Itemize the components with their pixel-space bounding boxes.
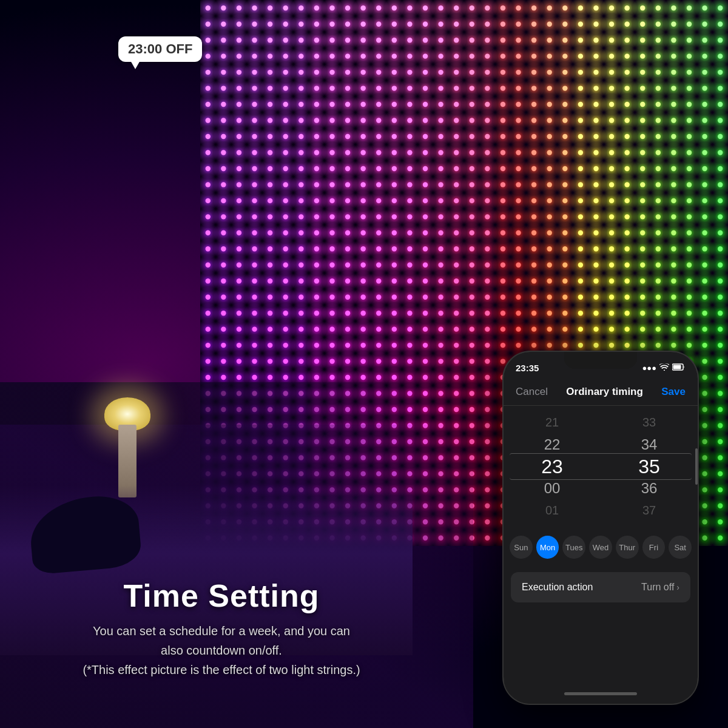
execution-action-row[interactable]: Execution action Turn off ›	[511, 572, 690, 602]
execution-value: Turn off ›	[641, 582, 679, 593]
chevron-right-icon: ›	[676, 582, 679, 592]
subtitle: You can set a schedule for a week, and y…	[24, 621, 419, 679]
phone-notch	[564, 352, 637, 369]
subtitle-line1: You can set a schedule for a week, and y…	[93, 624, 350, 638]
minute-item-0[interactable]: 33	[601, 412, 698, 434]
day-label-fri: Fri	[649, 543, 658, 552]
day-label-wed: Wed	[593, 543, 609, 552]
svg-rect-1	[673, 365, 681, 369]
cancel-button[interactable]: Cancel	[516, 386, 548, 398]
phone-nav: Cancel Ordinary timing Save	[504, 379, 698, 406]
day-label-sat: Sat	[674, 543, 686, 552]
hour-item-3[interactable]: 00	[504, 478, 601, 500]
minute-item-selected[interactable]: 35	[601, 456, 698, 478]
minute-item-3[interactable]: 36	[601, 478, 698, 500]
status-time: 23:35	[516, 363, 539, 373]
status-icons: ●●●	[642, 363, 686, 372]
subtitle-line3: (*This effect picture is the effect of t…	[83, 663, 360, 676]
hour-item-1[interactable]: 22	[504, 434, 601, 456]
minutes-column[interactable]: 33 34 35 36 37	[601, 412, 698, 521]
phone-bottom-bar	[504, 683, 698, 704]
day-btn-tues[interactable]: Tues	[562, 536, 585, 559]
day-selector: Sun Mon Tues Wed Thur Fri Sat	[504, 527, 698, 567]
time-picker[interactable]: 21 22 23 00 01 33 34 35 36 37	[504, 406, 698, 527]
day-btn-wed[interactable]: Wed	[589, 536, 612, 559]
day-btn-sun[interactable]: Sun	[510, 536, 533, 559]
subtitle-line2: also countdown on/off.	[161, 644, 282, 657]
bottom-text-area: Time Setting You can set a schedule for …	[0, 578, 443, 679]
day-label-thur: Thur	[619, 543, 635, 552]
background-scene: 23:00 OFF Time Setting You can set a sch…	[0, 0, 728, 728]
hours-column[interactable]: 21 22 23 00 01	[504, 412, 601, 521]
hour-item-4[interactable]: 01	[504, 499, 601, 521]
speech-bubble: 23:00 OFF	[118, 36, 202, 62]
day-btn-thur[interactable]: Thur	[616, 536, 639, 559]
phone-screen: Cancel Ordinary timing Save 21 22 23 00 …	[504, 379, 698, 704]
day-btn-sat[interactable]: Sat	[669, 536, 692, 559]
minute-item-1[interactable]: 34	[601, 434, 698, 456]
hour-item-0[interactable]: 21	[504, 412, 601, 434]
execution-label: Execution action	[522, 582, 593, 593]
phone: 23:35 ●●●	[504, 352, 698, 704]
page-title: Time Setting	[24, 578, 419, 614]
execution-value-text: Turn off	[641, 582, 674, 593]
minute-item-4[interactable]: 37	[601, 499, 698, 521]
scroll-indicator	[695, 448, 698, 485]
day-label-tues: Tues	[565, 543, 582, 552]
battery-icon	[672, 363, 686, 372]
home-indicator	[564, 692, 637, 695]
day-label-mon: Mon	[540, 543, 555, 552]
wifi-icon	[659, 363, 669, 372]
day-btn-mon[interactable]: Mon	[536, 536, 559, 559]
day-btn-fri[interactable]: Fri	[642, 536, 666, 559]
day-label-sun: Sun	[514, 543, 528, 552]
hour-item-selected[interactable]: 23	[504, 456, 601, 478]
nav-title: Ordinary timing	[566, 386, 643, 398]
save-button[interactable]: Save	[661, 386, 686, 398]
speech-bubble-text: 23:00 OFF	[128, 41, 192, 56]
signal-icon: ●●●	[642, 363, 656, 372]
